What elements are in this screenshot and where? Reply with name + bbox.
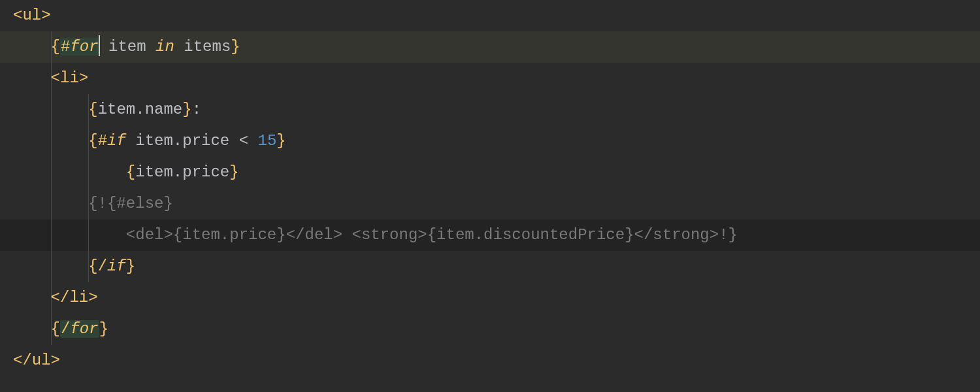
code-line[interactable]: {item.price} [0,157,980,188]
brace: } [231,38,240,56]
code-line[interactable]: <ul> [0,0,980,31]
hash: # [98,132,107,150]
for-keyword: for [70,38,98,56]
if-keyword: if [107,257,126,275]
brace: } [182,101,191,118]
code-line[interactable]: {/if} [0,251,980,282]
slash: / [98,257,107,275]
var-items: items [174,38,231,56]
code-line[interactable]: </li> [0,282,980,314]
code-line[interactable]: {item.name}: [0,94,980,125]
expr-item-price: item.price [135,163,229,181]
expr-item-price: item.price [126,132,239,150]
tag-ul-open: <ul> [13,7,51,24]
comment-else: {!{#else} [88,195,173,212]
brace: { [88,132,97,150]
slash: / [61,320,70,338]
code-line[interactable]: {!{#else} [0,188,980,220]
number-15: 15 [257,132,276,150]
for-keyword: for [70,320,98,338]
var-item: item [99,38,155,56]
text-cursor [99,35,100,56]
if-keyword: if [107,132,126,150]
tag-ul-close: </ul> [13,351,60,369]
code-line-current[interactable]: {#for item in items} [0,31,980,63]
brace: { [126,163,135,181]
brace: { [51,38,60,56]
code-line[interactable]: {/for} [0,314,980,345]
expr-item-name: item.name [98,101,183,118]
code-editor[interactable]: <ul>{#for item in items}<li>{item.name}:… [0,0,980,376]
in-keyword: in [155,38,174,56]
brace: } [276,132,286,150]
brace: } [126,257,135,275]
colon: : [192,101,201,118]
brace: { [51,320,60,338]
brace: { [88,257,97,275]
brace: { [88,101,97,118]
tag-li-close: </li> [51,289,98,306]
tag-li-open: <li> [51,69,89,87]
brace: } [99,320,108,338]
code-line[interactable]: <del>{item.price}</del> <strong>{item.di… [0,220,980,251]
brace: } [229,163,238,181]
code-line[interactable]: {#if item.price < 15} [0,125,980,157]
space [248,132,257,150]
hash: # [61,38,70,56]
code-line[interactable]: <li> [0,63,980,94]
lt-op: < [239,132,248,150]
code-line[interactable]: </ul> [0,345,980,376]
comment-del-strong: <del>{item.price}</del> <strong>{item.di… [126,226,738,244]
